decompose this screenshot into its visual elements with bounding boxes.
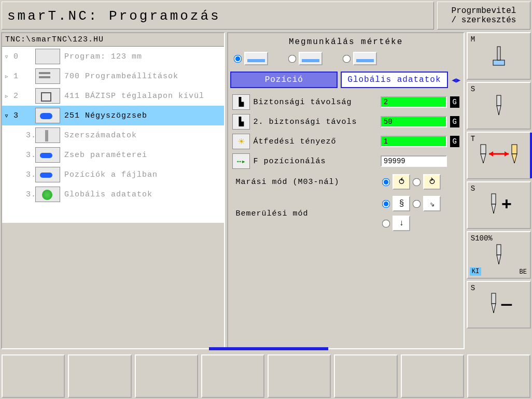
side-btn-s-plus[interactable]: S +	[467, 181, 531, 229]
tree-item[interactable]: 3.2 Zseb paraméterei	[2, 145, 224, 165]
tree-item-label: 700 Programbeállítások	[64, 72, 178, 81]
extent-icon-3	[353, 52, 377, 65]
g-indicator: G	[450, 136, 459, 147]
tree-empty-area	[2, 223, 224, 348]
tool-icon	[486, 292, 501, 318]
file-path: TNC:\smarTNC\123.HU	[2, 33, 224, 47]
svg-marker-5	[481, 154, 486, 163]
extent-radio-3[interactable]	[343, 54, 351, 63]
softkey-2[interactable]	[68, 354, 131, 398]
tab-scroll-arrows[interactable]: ◀▶	[451, 72, 461, 88]
milling-mode-label: Marási mód (M03-nál)	[235, 178, 379, 187]
plunge-vert-radio[interactable]	[382, 219, 390, 227]
tree-item[interactable]: ▿ 3 251 Négyszögzseb	[2, 106, 224, 125]
tree-item[interactable]: 3.1 Szerszámadatok	[2, 125, 224, 145]
expand-mark[interactable]: ▹	[4, 91, 10, 101]
svg-rect-1	[497, 47, 500, 60]
overlap-label: Átfedési tényező	[253, 137, 377, 146]
expand-mark[interactable]: ▿	[4, 111, 10, 121]
row-plunge-mode: Bemerülési mód § ⇘ ↓	[232, 193, 459, 234]
safety-clearance-input[interactable]	[381, 96, 447, 108]
safety2-icon: ▙	[232, 114, 250, 130]
extent-option-1[interactable]	[234, 52, 268, 65]
plunge-vert-icon: ↓	[393, 216, 410, 231]
tree-item-label: Pozíciók a fájlban	[64, 170, 158, 179]
softkey-6[interactable]	[334, 354, 397, 398]
expand-mark[interactable]: ▹	[4, 72, 10, 81]
overlap-input[interactable]	[381, 136, 447, 147]
side-btn-s-minus[interactable]: S —	[467, 281, 531, 329]
extent-icon-2	[299, 52, 323, 65]
plunge-mode-label: Bemerülési mód	[235, 209, 379, 218]
extent-radio-2[interactable]	[288, 54, 297, 63]
tool-icon	[486, 193, 501, 218]
tree-item[interactable]: 3.4 Globális adatatok	[2, 184, 224, 204]
safety2-label: 2. biztonsági távols	[253, 118, 377, 126]
svg-marker-3	[497, 106, 501, 115]
svg-marker-9	[505, 151, 509, 156]
plus-icon: +	[501, 195, 512, 215]
side-btn-m[interactable]: M	[467, 32, 531, 80]
mode-line2: / szerkesztés	[441, 16, 527, 25]
tree-item-icon	[35, 108, 60, 123]
row-milling-mode: Marási mód (M03-nál) ⥀ ⥁	[232, 171, 459, 193]
softkey-8[interactable]	[467, 354, 530, 398]
svg-marker-12	[492, 204, 496, 213]
milling-conv-icon: ⥁	[423, 174, 441, 190]
tree-item-icon	[35, 88, 60, 104]
tree-item-label: Globális adatatok	[64, 190, 152, 199]
softkey-1[interactable]	[2, 354, 65, 398]
tree-item[interactable]: ▹ 2 411 BÁZISP téglalapon kívül	[2, 86, 224, 106]
safety2-input[interactable]	[381, 116, 447, 127]
tab-global-data[interactable]: Globális adatatok	[341, 72, 448, 88]
softkey-7[interactable]	[401, 354, 464, 398]
minus-icon: —	[501, 295, 512, 315]
milling-climb-radio[interactable]	[382, 178, 390, 186]
side-btn-t[interactable]: T	[467, 132, 531, 179]
tree-item-number: 3	[10, 111, 35, 120]
tree-item-number: 1	[10, 72, 35, 81]
svg-rect-6	[512, 145, 517, 154]
tree-item[interactable]: 3.3 Pozíciók a fájlban	[2, 165, 224, 184]
tab-position[interactable]: Pozíció	[230, 72, 338, 88]
tree-item-icon	[35, 68, 60, 84]
tab-bar: Pozíció Globális adatatok ◀▶	[230, 72, 461, 88]
mode-line1: Progrmbevitel	[441, 6, 527, 16]
extent-option-3[interactable]	[343, 52, 377, 65]
tree-item-number: 0	[10, 52, 35, 61]
extent-radio-1[interactable]	[234, 54, 242, 63]
side-toolbar: M S T S + S100% KI BE S —	[467, 32, 531, 349]
extent-icon-1	[244, 52, 268, 65]
milling-conv-radio[interactable]	[413, 178, 421, 186]
svg-rect-2	[497, 95, 501, 106]
spindle-icon	[468, 83, 530, 129]
g-indicator: G	[450, 116, 459, 127]
tree-item[interactable]: ▿ 0 Program: 123 mm	[2, 47, 224, 66]
softkey-4[interactable]	[201, 354, 264, 398]
tree-item-number: 2	[10, 92, 35, 101]
tree-item-icon	[35, 167, 60, 182]
fpos-label: F pozícionálás	[253, 157, 377, 166]
row-safety-clearance: ▙ Biztonsági távolság G	[232, 92, 459, 112]
tree-item-label: Szerszámadatok	[64, 131, 137, 140]
tree-item-label: 251 Négyszögzseb	[64, 111, 147, 120]
side-btn-s100[interactable]: S100% KI BE	[467, 231, 531, 279]
extent-option-2[interactable]	[289, 52, 323, 65]
safety-clearance-label: Biztonsági távolság	[253, 98, 377, 107]
tree-item-icon	[35, 127, 60, 143]
softkey-5[interactable]	[268, 354, 331, 398]
row-overlap-factor: ☀ Átfedési tényező G	[232, 132, 459, 151]
tree-item-label: Program: 123 mm	[64, 52, 142, 61]
plunge-helix-radio[interactable]	[382, 200, 390, 208]
expand-mark[interactable]: ▿	[4, 52, 10, 62]
softkey-3[interactable]	[135, 354, 198, 398]
tree-item-label: 411 BÁZISP téglalapon kívül	[64, 92, 204, 101]
be-label: BE	[520, 268, 527, 276]
svg-rect-4	[481, 145, 486, 154]
tree-item-number: 3.1	[10, 131, 35, 140]
plunge-ramp-radio[interactable]	[413, 200, 421, 208]
program-tree[interactable]: ▿ 0 Program: 123 mm▹ 1 700 Programbeállí…	[2, 47, 224, 223]
tree-item[interactable]: ▹ 1 700 Programbeállítások	[2, 66, 224, 86]
side-btn-s[interactable]: S	[467, 82, 531, 130]
fpos-input[interactable]	[381, 155, 447, 167]
